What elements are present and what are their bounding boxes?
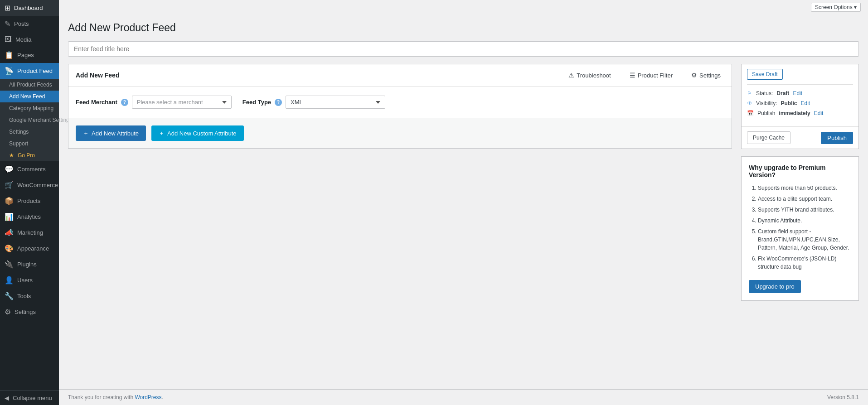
footer-text: Thank you for creating with WordPress.	[68, 394, 163, 400]
add-attribute-label: Add New Attribute	[92, 130, 139, 137]
sidebar-item-analytics[interactable]: 📊 Analytics	[0, 209, 59, 225]
calendar-icon: 📅	[747, 110, 754, 116]
sidebar-item-category-mapping[interactable]: Category Mapping	[0, 102, 59, 114]
status-row: 🏳 Status: Draft Edit	[747, 88, 853, 98]
publish-actions: Purge Cache Publish	[742, 126, 858, 149]
version-text: Version 5.8.1	[827, 394, 859, 400]
pages-icon: 📋	[5, 51, 14, 59]
publish-box-body: Save Draft 🏳 Status: Draft Edit	[742, 64, 858, 126]
sidebar-item-products[interactable]: 📦 Products	[0, 193, 59, 209]
sidebar-item-tools[interactable]: 🔧 Tools	[0, 288, 59, 304]
sidebar-item-label: Dashboard	[14, 5, 43, 11]
appearance-icon: 🎨	[5, 244, 14, 253]
sidebar-item-label: Plugins	[17, 261, 37, 268]
settings-icon: ⚙	[5, 308, 11, 316]
sidebar-item-settings-sub[interactable]: Settings	[0, 126, 59, 138]
sidebar-item-label: Users	[17, 277, 33, 284]
content-area: Add New Feed ⚠ Troubleshoot ☰ Product Fi…	[68, 64, 859, 301]
feed-config-row: Feed Merchant ? Please select a merchant…	[68, 87, 732, 118]
footer-thank-you: Thank you for creating with	[68, 394, 135, 400]
sidebar-item-label: Media	[15, 36, 31, 43]
screen-options-button[interactable]: Screen Options ▾	[811, 3, 861, 12]
visibility-edit-link[interactable]: Edit	[800, 100, 810, 106]
sidebar-item-label: Settings	[15, 309, 36, 315]
product-feed-icon: 📡	[5, 67, 14, 75]
upgrade-to-pro-button[interactable]: Upgrade to pro	[749, 280, 801, 293]
premium-feature-1: Supports more than 50 products.	[758, 184, 851, 192]
sidebar-item-google-merchant[interactable]: Google Merchant Settings	[0, 114, 59, 126]
plugins-icon: 🔌	[5, 260, 14, 269]
go-pro-label: Go Pro	[18, 152, 35, 159]
sidebar-item-comments[interactable]: 💬 Comments	[0, 161, 59, 177]
premium-features-list: Supports more than 50 products. Access t…	[749, 184, 851, 271]
eye-icon: 👁	[747, 100, 752, 106]
product-filter-button[interactable]: ☰ Product Filter	[626, 70, 676, 81]
products-icon: 📦	[5, 197, 14, 205]
publish-time-edit-link[interactable]: Edit	[814, 110, 824, 116]
tools-icon: 🔧	[5, 292, 14, 300]
status-label: Status:	[756, 90, 773, 96]
collapse-label: Collapse menu	[13, 395, 52, 401]
status-value: Draft	[776, 90, 789, 96]
publish-button[interactable]: Publish	[821, 132, 853, 144]
attributes-row: ＋ Add New Attribute ＋ Add New Custom Att…	[68, 118, 732, 148]
sidebar-item-marketing[interactable]: 📣 Marketing	[0, 225, 59, 241]
topbar: Screen Options ▾	[59, 0, 868, 14]
sidebar-item-go-pro[interactable]: ★ Go Pro	[0, 149, 59, 161]
sidebar-item-woocommerce[interactable]: 🛒 WooCommerce	[0, 177, 59, 193]
sidebar-item-pages[interactable]: 📋 Pages	[0, 47, 59, 63]
publish-time-value: immediately	[779, 110, 810, 116]
feed-type-help-icon[interactable]: ?	[275, 99, 282, 106]
sidebar-item-all-product-feeds[interactable]: All Product Feeds	[0, 79, 59, 91]
troubleshoot-icon: ⚠	[568, 72, 574, 79]
status-edit-link[interactable]: Edit	[793, 90, 802, 96]
add-attribute-button[interactable]: ＋ Add New Attribute	[76, 125, 146, 141]
sidebar-item-appearance[interactable]: 🎨 Appearance	[0, 241, 59, 256]
feed-type-label: Feed Type	[242, 99, 271, 106]
add-custom-attribute-button[interactable]: ＋ Add New Custom Attribute	[151, 125, 243, 141]
sidebar-item-users[interactable]: 👤 Users	[0, 272, 59, 288]
feed-merchant-select[interactable]: Please select a merchant	[132, 96, 232, 109]
collapse-menu-button[interactable]: ◀ Collapse menu	[0, 391, 59, 405]
feed-merchant-help-icon[interactable]: ?	[121, 99, 128, 106]
publish-meta: 🏳 Status: Draft Edit 👁 Visibility: Publi…	[747, 84, 853, 122]
settings-button[interactable]: ⚙ Settings	[688, 70, 724, 81]
premium-box-title: Why upgrade to Premium Version?	[749, 164, 851, 178]
sidebar-item-label: Appearance	[17, 245, 49, 252]
sidebar-item-settings[interactable]: ⚙ Settings	[0, 304, 59, 320]
visibility-label: Visibility:	[756, 100, 777, 106]
feed-title-input[interactable]	[68, 41, 859, 57]
feed-merchant-label: Feed Merchant	[76, 99, 117, 106]
card-header-title: Add New Feed	[76, 72, 119, 79]
add-new-feed-label: Add New Feed	[9, 93, 45, 100]
sidebar-item-posts[interactable]: ✎ Posts	[0, 16, 59, 32]
sidebar-item-label: Product Feed	[17, 68, 53, 74]
settings-sub-label: Settings	[9, 129, 29, 135]
plus-icon: ＋	[83, 129, 89, 137]
comments-icon: 💬	[5, 165, 14, 174]
woocommerce-icon: 🛒	[5, 181, 14, 189]
marketing-icon: 📣	[5, 228, 14, 237]
flag-icon: 🏳	[747, 90, 752, 96]
collapse-icon: ◀	[5, 395, 9, 401]
sidebar-item-add-new-feed[interactable]: Add New Feed	[0, 91, 59, 102]
feed-merchant-group: Feed Merchant ? Please select a merchant	[76, 96, 232, 109]
sidebar-item-label: Comments	[17, 166, 46, 173]
sidebar-item-support[interactable]: Support	[0, 138, 59, 149]
save-draft-button[interactable]: Save Draft	[747, 69, 783, 80]
product-feed-submenu: All Product Feeds Add New Feed Category …	[0, 79, 59, 161]
wordpress-link[interactable]: WordPress	[135, 394, 161, 400]
purge-cache-button[interactable]: Purge Cache	[747, 131, 790, 144]
main-panel: Add New Feed ⚠ Troubleshoot ☰ Product Fi…	[68, 64, 732, 156]
sidebar-item-plugins[interactable]: 🔌 Plugins	[0, 256, 59, 272]
premium-feature-4: Dynamic Attribute.	[758, 217, 851, 225]
sidebar-item-media[interactable]: 🖼 Media	[0, 32, 59, 47]
troubleshoot-button[interactable]: ⚠ Troubleshoot	[565, 70, 614, 81]
dashboard-icon: ⊞	[5, 4, 10, 12]
category-mapping-label: Category Mapping	[9, 105, 53, 111]
sidebar-item-product-feed[interactable]: 📡 Product Feed	[0, 63, 59, 79]
feed-type-select[interactable]: XML	[286, 96, 385, 109]
sidebar-item-dashboard[interactable]: ⊞ Dashboard	[0, 0, 59, 16]
all-feeds-label: All Product Feeds	[9, 82, 52, 88]
card-header: Add New Feed ⚠ Troubleshoot ☰ Product Fi…	[68, 64, 732, 87]
